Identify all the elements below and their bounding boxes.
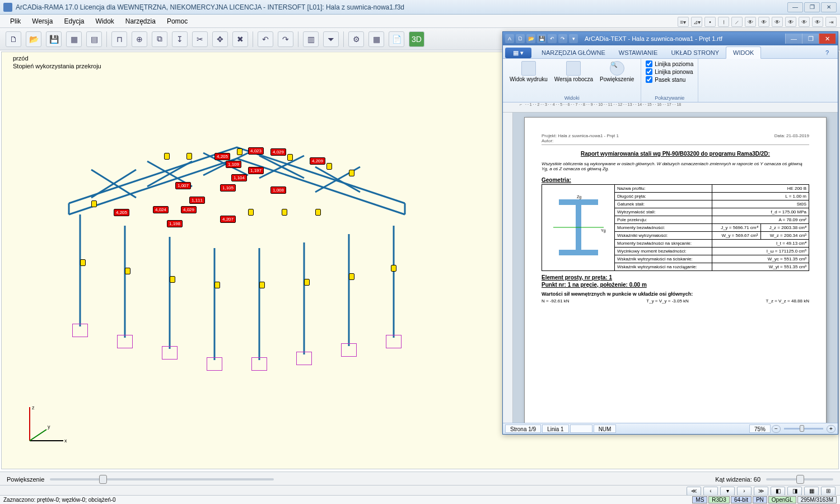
frame-icon[interactable]: ⊓	[111, 31, 127, 47]
eye-3-icon[interactable]: 👁	[772, 17, 783, 27]
menu-tools[interactable]: Narzędzia	[121, 16, 160, 26]
nav-bar: ≪ ‹ ▾ › ≫ ◧ ◨ ▦ ⊞	[0, 485, 840, 496]
doc-zoom-slider[interactable]	[784, 428, 823, 430]
delete-icon[interactable]: ✖	[232, 31, 248, 47]
open-file-icon[interactable]: 📂	[26, 31, 41, 47]
move-icon[interactable]: ✥	[212, 31, 228, 47]
file-tab[interactable]: ▦ ▾	[505, 48, 531, 58]
util-tag: 1,197	[248, 167, 264, 174]
ok-tag	[326, 163, 332, 170]
page-area[interactable]: Projekt: Hala z suwnica-nowa1 - Pręt 1 A…	[513, 113, 838, 423]
vis-3-icon[interactable]: ⟋	[731, 17, 743, 27]
nav-next-icon[interactable]: ›	[737, 487, 752, 496]
badge-ms: MS	[692, 496, 707, 503]
undo-icon[interactable]: ↶	[258, 31, 273, 47]
menu-help[interactable]: Pomoc	[162, 16, 192, 26]
status-line: Linia 1	[542, 424, 568, 433]
results-icon[interactable]: ▦	[368, 31, 384, 47]
hdr-project: Projekt: Hala z suwnica-nowa1 - Pręt 1	[542, 133, 619, 138]
draft-view-button[interactable]: Wersja robocza	[552, 60, 595, 83]
view-2-icon[interactable]: ◨	[787, 487, 802, 496]
doc-minimize-button[interactable]: —	[785, 34, 802, 44]
view3d-icon[interactable]: 3D	[409, 31, 424, 47]
view-1-icon[interactable]: ◧	[771, 487, 785, 496]
copy-icon[interactable]: ⧉	[152, 31, 167, 47]
qat-new-icon[interactable]: 🗋	[516, 34, 525, 43]
add-node-icon[interactable]: ⊕	[132, 31, 147, 47]
close-button[interactable]: ✕	[821, 2, 837, 12]
qat-more-icon[interactable]: ▾	[569, 34, 578, 43]
chk-hruler[interactable]: Linijka pozioma	[646, 60, 693, 68]
qat-app-icon[interactable]: A	[505, 34, 514, 43]
qat-save-icon[interactable]: 💾	[537, 34, 546, 43]
tab-view[interactable]: WIDOK	[726, 46, 761, 59]
chk-status[interactable]: Pasek stanu	[646, 76, 693, 83]
vis-1-icon[interactable]: •	[704, 17, 716, 27]
menu-version[interactable]: Wersja	[27, 16, 57, 26]
save-icon[interactable]: 💾	[46, 31, 62, 47]
filter-icon[interactable]: ⏷	[323, 31, 339, 47]
bars-icon[interactable]: ▥	[303, 31, 319, 47]
svg-text:y: y	[48, 424, 50, 430]
util-tag: 4,023	[248, 147, 264, 155]
util-tag: 4,209	[310, 157, 325, 165]
eye-4-icon[interactable]: 👁	[785, 17, 796, 27]
eye-5-icon[interactable]: 👁	[799, 17, 810, 27]
menu-view[interactable]: Widok	[91, 16, 119, 26]
tab-layout[interactable]: UKŁAD STRONY	[664, 47, 726, 58]
ruler-horizontal[interactable]: ⌐ · · 1 · · 2 · · 3 · · 4 · · 5 · · 6 · …	[503, 102, 838, 113]
tab-insert[interactable]: WSTAWIANIE	[612, 47, 665, 58]
tab-home[interactable]: NARZĘDZIA GŁÓWNE	[535, 47, 612, 58]
axis-dropdown-icon[interactable]: ⊿▾	[691, 17, 702, 27]
report-icon[interactable]: 📄	[389, 31, 404, 47]
qat-redo-icon[interactable]: ↷	[558, 34, 567, 43]
axis-gizmo: z x y	[18, 402, 69, 452]
nav-prev-icon[interactable]: ‹	[703, 487, 718, 496]
layers-icon[interactable]: ▤	[86, 31, 102, 47]
qat-undo-icon[interactable]: ↶	[548, 34, 557, 43]
print-view-button[interactable]: Widok wydruku	[507, 60, 550, 83]
view-4-icon[interactable]: ⊞	[821, 487, 836, 496]
nav-last-icon[interactable]: ≫	[754, 487, 768, 496]
menu-edit[interactable]: Edycja	[59, 16, 88, 26]
grid-icon[interactable]: ▦	[66, 31, 82, 47]
doc-close-button[interactable]: ✕	[819, 34, 836, 44]
zoom-in-button[interactable]: +	[827, 425, 836, 433]
svg-rect-26	[559, 250, 598, 255]
zoom-slider[interactable]	[50, 478, 274, 480]
util-tag: 1,111	[189, 197, 205, 204]
ok-tag	[349, 170, 354, 176]
zoom-button[interactable]: 🔍Powiększenie	[598, 60, 636, 83]
util-tag: 4,205	[214, 153, 230, 160]
ok-tag	[391, 265, 396, 272]
vis-2-icon[interactable]: ⁞	[718, 17, 729, 27]
help-icon[interactable]: ?	[819, 47, 836, 58]
load-icon[interactable]: ↧	[172, 31, 188, 47]
ruler-vertical[interactable]	[503, 113, 513, 423]
nav-down-icon[interactable]: ▾	[720, 487, 735, 496]
nav-first-icon[interactable]: ≪	[687, 487, 701, 496]
svg-text:Zg: Zg	[577, 195, 581, 199]
view-3-icon[interactable]: ▦	[804, 487, 819, 496]
redo-icon[interactable]: ↷	[278, 31, 293, 47]
ok-tag	[304, 279, 310, 286]
zoom-out-button[interactable]: −	[772, 425, 781, 433]
style-dropdown-icon[interactable]: ≡▾	[678, 17, 689, 27]
maximize-button[interactable]: ❐	[804, 2, 820, 12]
util-tag: 1,198	[167, 220, 183, 227]
fov-slider[interactable]	[766, 478, 833, 480]
eye-1-icon[interactable]: 👁	[745, 17, 756, 27]
cut-icon[interactable]: ✂	[192, 31, 208, 47]
doc-titlebar[interactable]: A 🗋 📂 💾 ↶ ↷ ▾ ArCADia-TEXT - Hala z suwn…	[503, 32, 838, 45]
calc-icon[interactable]: ⚙	[348, 31, 364, 47]
collapse-icon[interactable]: ⇥	[825, 17, 837, 27]
menu-file[interactable]: Plik	[6, 16, 25, 26]
ok-tag	[315, 209, 321, 216]
qat-open-icon[interactable]: 📂	[526, 34, 535, 43]
eye-6-icon[interactable]: 👁	[812, 17, 823, 27]
eye-2-icon[interactable]: 👁	[758, 17, 769, 27]
chk-vruler[interactable]: Linijka pionowa	[646, 68, 693, 76]
doc-maximize-button[interactable]: ❐	[802, 34, 819, 44]
new-file-icon[interactable]: 🗋	[6, 31, 21, 47]
minimize-button[interactable]: —	[787, 2, 803, 12]
